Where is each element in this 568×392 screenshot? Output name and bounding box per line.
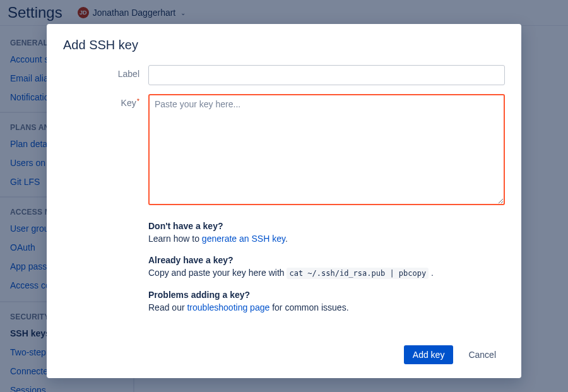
modal-overlay[interactable]: Add SSH key Label Key* Don't have a key?… <box>0 0 568 392</box>
add-ssh-key-modal: Add SSH key Label Key* Don't have a key?… <box>47 24 521 378</box>
modal-title: Add SSH key <box>63 38 505 52</box>
have-key-heading: Already have a key? <box>148 255 234 265</box>
no-key-heading: Don't have a key? <box>148 221 223 231</box>
generate-ssh-key-link[interactable]: generate an SSH key <box>202 234 285 244</box>
key-field-label: Key* <box>63 94 148 108</box>
label-field-label: Label <box>63 65 148 79</box>
problems-heading: Problems adding a key? <box>148 290 250 300</box>
label-row: Label <box>63 65 505 85</box>
troubleshooting-link[interactable]: troubleshooting page <box>187 302 269 312</box>
modal-footer: Add key Cancel <box>63 345 505 364</box>
required-asterisk: * <box>137 97 139 105</box>
help-block: Don't have a key? Learn how to generate … <box>148 220 505 323</box>
add-key-button[interactable]: Add key <box>404 345 454 364</box>
key-textarea[interactable] <box>148 94 505 205</box>
key-row: Key* <box>63 94 505 207</box>
label-input[interactable] <box>148 65 505 85</box>
cancel-button[interactable]: Cancel <box>459 345 505 364</box>
copy-key-command: cat ~/.ssh/id_rsa.pub | pbcopy <box>287 268 429 279</box>
